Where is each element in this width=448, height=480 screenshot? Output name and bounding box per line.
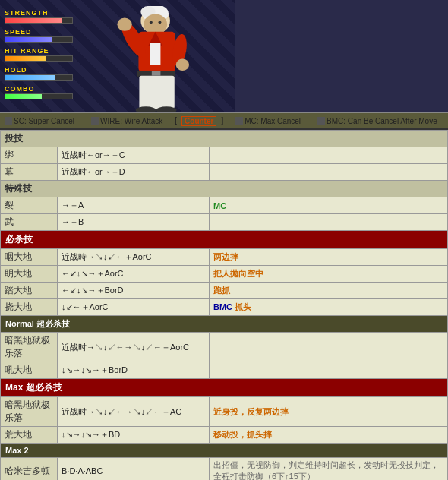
bmc-box: [317, 117, 325, 125]
move-notes: MC: [210, 197, 448, 214]
move-name: 荒大地: [1, 427, 58, 444]
legend-mc: MC: Max Cancel: [235, 117, 301, 125]
section-toutechniques: 投技: [1, 131, 448, 147]
combo-bar: [5, 93, 73, 99]
table-row: 裂 →＋A MC: [1, 197, 448, 214]
mc-label: MC: Max Cancel: [245, 117, 301, 125]
table-row: 踏大地 ←↙↓↘→＋BorD 跑抓: [1, 283, 448, 299]
move-name: 武: [1, 214, 58, 231]
hold-bar: [5, 74, 73, 81]
move-notes: 跑抓: [210, 283, 448, 299]
svg-rect-10: [139, 76, 174, 109]
table-row: 哈米吉多顿 B·D·A·ABC 出招僵，无视防御，判定维持时间超长，发动时无投技…: [1, 458, 448, 481]
sc-label: SC: Super Cancel: [14, 117, 74, 125]
sc-box: [5, 117, 12, 125]
move-input: 近战時→↘↓↙←＋AorC: [58, 249, 210, 266]
move-name: 幕: [1, 164, 58, 181]
move-input: 近战时→↘↓↙←→↘↓↙←＋AC: [58, 397, 210, 427]
move-notes: [210, 164, 448, 181]
move-input: ←↙↓↘→＋AorC: [58, 266, 210, 283]
move-name: 哈米吉多顿: [1, 458, 58, 481]
section-label-max-super: Max 超必杀技: [1, 379, 448, 397]
section-special: 特殊技: [1, 181, 448, 197]
grab-head-label: 抓头: [235, 302, 251, 311]
move-input: 近战时←or→＋C: [58, 147, 210, 164]
table-row: 咽大地 近战時→↘↓↙←＋AorC 两边摔: [1, 249, 448, 266]
table-row: 绑 近战时←or→＋C: [1, 147, 448, 164]
combo-label: COMBO: [5, 85, 87, 93]
right-area: [235, 0, 448, 112]
section-normal-super: Normal 超必杀技: [1, 316, 448, 333]
hold-label: HOLD: [5, 66, 87, 74]
bmc-label: BMC: Can Be Cancel After Move: [327, 117, 437, 125]
move-name: 裂: [1, 197, 58, 214]
section-hissatsu: 必杀技: [1, 231, 448, 249]
move-input: →＋B: [58, 214, 210, 231]
move-notes: 近身投，反复两边摔: [210, 397, 448, 427]
section-label-normal-super: Normal 超必杀技: [1, 316, 448, 333]
game-area: STRENGTH SPEED HIT RANGE HOLD COMBO: [0, 0, 448, 112]
stat-combo: COMBO: [5, 85, 87, 99]
move-notes: BMC 抓头: [210, 299, 448, 316]
table-row: 暗黑地狱极乐落 近战时→↘↓↙←→↘↓↙←＋AC 近身投，反复两边摔: [1, 397, 448, 427]
move-input: ↓↘→↓↘→＋BD: [58, 427, 210, 444]
section-max-super: Max 超必杀技: [1, 379, 448, 397]
move-name: 暗黑地狱极乐落: [1, 333, 58, 362]
move-input: ↓↘→↓↘→＋BorD: [58, 362, 210, 379]
section-label-tou: 投技: [1, 131, 448, 147]
move-name: 暗黑地狱极乐落: [1, 397, 58, 427]
move-input: B·D·A·ABC: [58, 458, 210, 481]
section-label-special: 特殊技: [1, 181, 448, 197]
character-area: [76, 0, 228, 112]
svg-point-4: [150, 21, 153, 24]
table-row: 武 →＋B: [1, 214, 448, 231]
legend-bar: SC: Super Cancel WIRE: Wire Attack [ Cou…: [0, 112, 448, 130]
legend-wire: WIRE: Wire Attack: [91, 117, 162, 125]
move-notes: [210, 147, 448, 164]
legend-sc: SC: Super Cancel: [5, 117, 74, 125]
move-name: 挠大地: [1, 299, 58, 316]
move-input: 近战时←or→＋D: [58, 164, 210, 181]
move-input: ↓↙←＋AorC: [58, 299, 210, 316]
table-row: 暗黑地狱极乐落 近战时→↘↓↙←→↘↓↙←＋AorC: [1, 333, 448, 362]
character-sprite: [91, 6, 205, 112]
move-notes: [210, 362, 448, 379]
svg-point-12: [117, 17, 131, 30]
move-notes: [210, 214, 448, 231]
table-row: 幕 近战时←or→＋D: [1, 164, 448, 181]
move-notes: 两边摔: [210, 249, 448, 266]
stat-hitrange: HIT RANGE: [5, 47, 87, 62]
speed-label: SPEED: [5, 28, 87, 36]
move-notes: 移动投，抓头摔: [210, 427, 448, 444]
move-name: 咽大地: [1, 249, 58, 266]
table-row: 荒大地 ↓↘→↓↘→＋BD 移动投，抓头摔: [1, 427, 448, 444]
main-table: 投技 绑 近战时←or→＋C 幕 近战时←or→＋D 特殊技 裂 →＋A MC …: [0, 130, 448, 480]
bmc-tag: BMC: [213, 302, 232, 311]
move-input: 近战时→↘↓↙←→↘↓↙←＋AorC: [58, 333, 210, 362]
speed-bar: [5, 36, 73, 43]
move-input: ←↙↓↘→＋BorD: [58, 283, 210, 299]
move-notes: [210, 333, 448, 362]
stat-hold: HOLD: [5, 66, 87, 81]
move-name: 吼大地: [1, 362, 58, 379]
section-max2: Max 2: [1, 444, 448, 458]
hitrange-label: HIT RANGE: [5, 47, 87, 55]
stat-strength: STRENGTH: [5, 9, 87, 24]
wire-box: [91, 117, 99, 125]
wire-label: WIRE: Wire Attack: [100, 117, 162, 125]
svg-point-3: [144, 14, 167, 35]
counter-label: Counter: [181, 116, 216, 126]
section-label-hissatsu: 必杀技: [1, 231, 448, 249]
section-label-max2: Max 2: [1, 444, 448, 458]
move-name: 踏大地: [1, 283, 58, 299]
move-notes: 把人抛向空中: [210, 266, 448, 283]
hitrange-bar: [5, 55, 73, 62]
svg-point-5: [159, 21, 162, 24]
svg-rect-17: [152, 71, 161, 76]
mc-box: [235, 117, 243, 125]
move-name: 眀大地: [1, 266, 58, 283]
move-input: →＋A: [58, 197, 210, 214]
svg-rect-8: [150, 43, 161, 65]
table-row: 吼大地 ↓↘→↓↘→＋BorD: [1, 362, 448, 379]
table-row: 挠大地 ↓↙←＋AorC BMC 抓头: [1, 299, 448, 316]
